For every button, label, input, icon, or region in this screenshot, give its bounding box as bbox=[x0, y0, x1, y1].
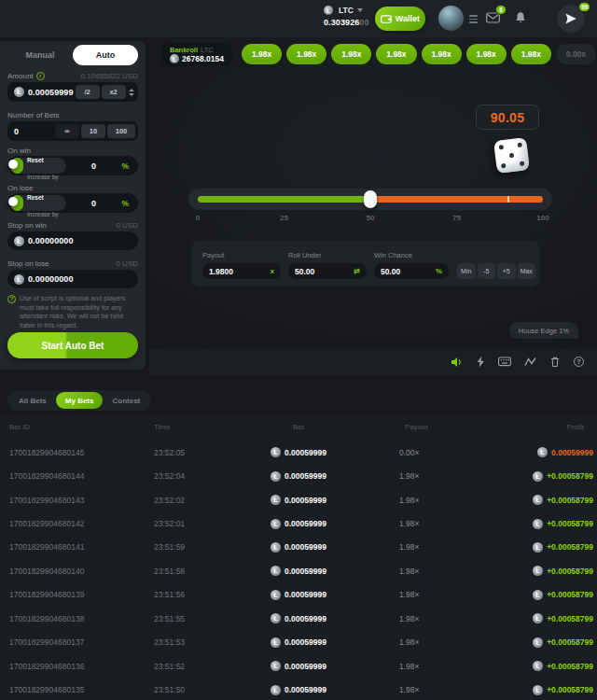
tab-my-bets[interactable]: My Bets bbox=[56, 392, 104, 409]
roll-under-label: Roll Under bbox=[288, 251, 367, 259]
number-of-bets-input[interactable]: 0 ∞ 10 100 bbox=[7, 121, 138, 141]
bet-payout: 1.98× bbox=[399, 471, 522, 481]
multiplier-pill[interactable]: 0.00x bbox=[556, 44, 596, 64]
multiplier-pill[interactable]: 1.98x bbox=[286, 44, 326, 64]
on-lose-unit: % bbox=[121, 199, 129, 208]
bet-time: 23:51:58 bbox=[154, 567, 271, 576]
bets-10-button[interactable]: 10 bbox=[81, 124, 105, 138]
bet-amount: Ł0.00059999 bbox=[271, 519, 399, 529]
max-button[interactable]: Max bbox=[518, 263, 536, 279]
roll-slider[interactable] bbox=[188, 189, 552, 210]
bet-payout: 0.00× bbox=[399, 448, 522, 457]
bets-table-header: Bet ID Time Bet Payout Profit bbox=[0, 416, 597, 437]
table-row[interactable]: 1700182990468013923:51:56Ł0.000599991.98… bbox=[0, 583, 597, 607]
wallet-button[interactable]: Wallet bbox=[375, 7, 425, 31]
minus-5-button[interactable]: -5 bbox=[478, 263, 496, 279]
bet-payout: 1.98× bbox=[399, 614, 522, 623]
on-win-toggle[interactable] bbox=[11, 158, 23, 174]
on-lose-value[interactable]: 0 bbox=[66, 199, 122, 208]
payout-input[interactable]: 1.9800 x bbox=[202, 263, 281, 279]
ltc-coin-icon: Ł bbox=[537, 447, 548, 457]
currency-selector[interactable]: Ł LTC 0.30392600 bbox=[324, 5, 380, 27]
table-row[interactable]: 1700182990468014323:52:02Ł0.000599991.98… bbox=[0, 488, 597, 511]
amount-value: 0.00059999 bbox=[28, 88, 74, 97]
bet-profit: Ł+0.00058799 bbox=[522, 519, 593, 529]
tab-auto[interactable]: Auto bbox=[73, 45, 138, 65]
bets-100-button[interactable]: 100 bbox=[107, 124, 135, 138]
amount-input[interactable]: Ł 0.00059999 /2 x2 bbox=[7, 82, 138, 102]
infinity-button[interactable]: ∞ bbox=[55, 124, 79, 138]
multiplier-pill[interactable]: 1.98x bbox=[331, 44, 371, 64]
bet-amount: Ł0.00059999 bbox=[271, 542, 399, 553]
win-chance-label: Win Chance bbox=[374, 251, 449, 259]
ltc-coin-icon: Ł bbox=[533, 519, 543, 529]
help-icon: ? bbox=[574, 357, 584, 367]
tab-contest[interactable]: Contest bbox=[103, 392, 149, 409]
multiplier-pill[interactable]: 1.98x bbox=[242, 44, 282, 64]
bet-profit: Ł+0.00058799 bbox=[522, 542, 593, 553]
min-button[interactable]: Min bbox=[457, 263, 476, 279]
ltc-coin-icon: Ł bbox=[271, 685, 281, 695]
double-button[interactable]: x2 bbox=[102, 85, 126, 99]
table-row[interactable]: 1700182990468014423:52:04Ł0.000599991.98… bbox=[0, 464, 597, 487]
wallet-icon bbox=[381, 14, 392, 24]
bet-id: 17001829904680139 bbox=[9, 590, 154, 599]
notifications-button[interactable] bbox=[514, 11, 527, 27]
roll-under-input[interactable]: 50.00 ⇄ bbox=[288, 263, 367, 279]
table-row[interactable]: 1700182990468013623:51:52Ł0.000599991.98… bbox=[0, 654, 597, 678]
stop-on-lose-usd: 0 USD bbox=[116, 259, 138, 268]
stop-on-lose-input[interactable]: Ł 0.00000000 bbox=[7, 270, 138, 288]
speaker-icon bbox=[451, 357, 463, 368]
on-win-value[interactable]: 0 bbox=[66, 161, 122, 171]
user-avatar[interactable] bbox=[438, 6, 464, 31]
table-row[interactable]: 1700182990468014123:51:59Ł0.000599991.98… bbox=[0, 536, 597, 559]
bet-payout: 1.98× bbox=[399, 662, 522, 671]
start-auto-bet-button[interactable]: Start Auto Bet bbox=[7, 332, 138, 358]
win-chance-suffix: % bbox=[436, 267, 442, 275]
multiplier-pill[interactable]: 1.98x bbox=[511, 44, 551, 64]
tab-all-bets[interactable]: All Bets bbox=[9, 392, 56, 409]
turbo-button[interactable] bbox=[476, 356, 485, 368]
payout-value: 1.9800 bbox=[209, 267, 233, 276]
on-win-mode-chip[interactable]: ResetIncrease by bbox=[9, 158, 66, 174]
half-button[interactable]: /2 bbox=[76, 85, 100, 99]
table-row[interactable]: 1700182990468013723:51:53Ł0.000599991.98… bbox=[0, 631, 597, 654]
table-row[interactable]: 1700182990468014023:51:58Ł0.000599991.98… bbox=[0, 559, 597, 582]
ltc-coin-icon: Ł bbox=[533, 661, 543, 671]
ltc-coin-icon: Ł bbox=[271, 566, 281, 576]
win-chance-input[interactable]: 50.00 % bbox=[374, 263, 449, 279]
tab-manual[interactable]: Manual bbox=[7, 45, 73, 65]
table-row[interactable]: 1700182990468014223:52:01Ł0.000599991.98… bbox=[0, 511, 597, 535]
trend-chart-icon bbox=[524, 357, 536, 367]
mail-badge: 6 bbox=[495, 5, 507, 15]
header-bet-id: Bet ID bbox=[9, 423, 154, 431]
table-row[interactable]: 1700182990468014523:52:05Ł0.000599990.00… bbox=[0, 441, 597, 464]
ltc-coin-icon: Ł bbox=[533, 542, 543, 553]
bet-profit: Ł+0.00058799 bbox=[522, 471, 593, 482]
table-row[interactable]: 1700182990468013523:51:50Ł0.000599991.98… bbox=[0, 678, 597, 700]
bet-profit: Ł+0.00058799 bbox=[522, 566, 593, 576]
clear-button[interactable] bbox=[549, 356, 561, 368]
on-lose-increase: Increase by bbox=[27, 211, 59, 217]
sound-button[interactable] bbox=[451, 357, 463, 368]
plus-5-button[interactable]: +5 bbox=[497, 263, 516, 279]
swap-icon[interactable]: ⇄ bbox=[354, 267, 360, 275]
on-lose-toggle[interactable] bbox=[11, 195, 23, 211]
multiplier-pill[interactable]: 1.98x bbox=[422, 44, 462, 64]
game-controls-panel: Payout 1.9800 x Roll Under 50.00 ⇄ Win C… bbox=[191, 241, 540, 287]
on-lose-mode-chip[interactable]: ResetIncrease by bbox=[9, 195, 66, 211]
amount-stepper[interactable] bbox=[128, 85, 135, 99]
help-button[interactable]: ? bbox=[574, 357, 584, 367]
table-row[interactable]: 1700182990468013823:51:55Ł0.000599991.98… bbox=[0, 607, 597, 630]
slider-handle[interactable] bbox=[364, 190, 377, 208]
ltc-coin-icon: Ł bbox=[271, 661, 281, 671]
ltc-coin-icon: Ł bbox=[271, 447, 281, 457]
hotkeys-button[interactable] bbox=[498, 357, 511, 367]
user-menu-icon[interactable] bbox=[469, 15, 478, 25]
multiplier-pill[interactable]: 1.98x bbox=[376, 44, 416, 64]
ltc-coin-icon: Ł bbox=[271, 495, 281, 505]
live-stats-button[interactable] bbox=[524, 357, 536, 367]
stop-on-win-input[interactable]: Ł 0.00000000 bbox=[7, 231, 138, 250]
multiplier-pill[interactable]: 1.98x bbox=[466, 44, 507, 64]
result-tick bbox=[507, 196, 509, 203]
